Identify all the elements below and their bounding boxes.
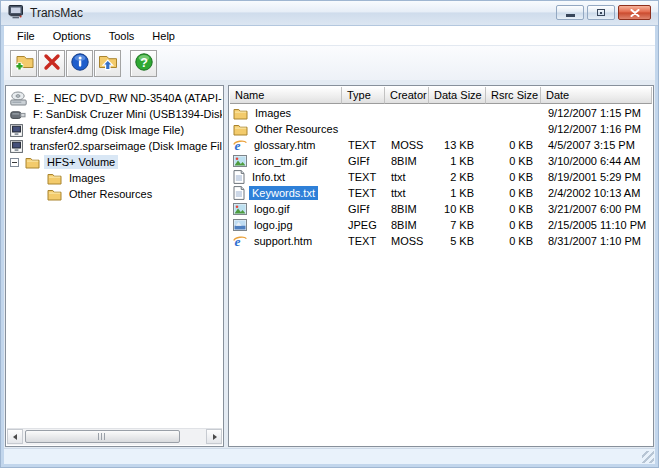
- file-row-info-txt[interactable]: Info.txtTEXTttxt2 KB0 KB8/19/2001 5:29 P…: [230, 169, 652, 185]
- open-image-button[interactable]: [10, 50, 37, 77]
- scroll-left-icon: [10, 434, 17, 440]
- resize-grip[interactable]: [642, 451, 654, 463]
- folder-up-icon: [97, 53, 119, 74]
- jpg-file-icon: [233, 219, 247, 231]
- file-type-cell: GIFf: [342, 203, 385, 215]
- file-name-label: icon_tm.gif: [251, 154, 310, 168]
- file-name-cell: Info.txt: [230, 170, 342, 184]
- file-name-cell: eglossary.htm: [230, 138, 342, 152]
- gif-file-icon: [233, 203, 247, 215]
- column-header-type[interactable]: Type: [342, 87, 385, 104]
- toolbar: ?: [4, 45, 655, 82]
- help-button[interactable]: ?: [130, 50, 157, 77]
- text-file-icon: [233, 186, 245, 200]
- file-type-cell: GIFf: [342, 155, 385, 167]
- column-header-rsrc-size[interactable]: Rsrc Size: [486, 87, 541, 104]
- file-name-cell: logo.gif: [230, 202, 342, 216]
- gif-file-icon: [233, 155, 247, 167]
- file-creator-cell: 8BIM: [385, 219, 429, 231]
- file-date-cell: 2/4/2002 10:13 AM: [541, 187, 652, 199]
- folder-plus-icon: [13, 53, 35, 74]
- menu-item-tools[interactable]: Tools: [100, 28, 144, 44]
- minimize-icon: [566, 14, 575, 17]
- file-row-other-resources[interactable]: Other Resources9/12/2007 1:16 PM: [230, 121, 652, 137]
- tree-item-label: transfer02.sparseimage (Disk Image File): [27, 139, 222, 153]
- file-date-cell: 8/19/2001 5:29 PM: [541, 171, 652, 183]
- folder-icon: [47, 172, 62, 185]
- file-row-images[interactable]: Images9/12/2007 1:15 PM: [230, 105, 652, 121]
- file-name-label: support.htm: [251, 234, 315, 248]
- file-name-cell: logo.jpg: [230, 218, 342, 232]
- file-name-label: Images: [252, 106, 294, 120]
- file-row-keywords-txt[interactable]: Keywords.txtTEXTttxt1 KB0 KB2/4/2002 10:…: [230, 185, 652, 201]
- maximize-button[interactable]: [587, 5, 615, 20]
- file-rsrc-size-cell: 0 KB: [486, 187, 541, 199]
- file-name-cell: esupport.htm: [230, 234, 342, 248]
- column-header-date[interactable]: Date: [541, 87, 652, 104]
- file-list-header: NameTypeCreatorData SizeRsrc SizeDate: [230, 87, 652, 104]
- menu-item-file[interactable]: File: [8, 28, 44, 44]
- file-name-cell: Keywords.txt: [230, 186, 342, 200]
- file-name-cell: Other Resources: [230, 122, 342, 136]
- file-rsrc-size-cell: 0 KB: [486, 155, 541, 167]
- transmac-window: TransMac FileOptionsToolsHelp ? E: _NEC …: [0, 0, 659, 468]
- column-header-name[interactable]: Name: [230, 87, 342, 104]
- file-type-cell: TEXT: [342, 187, 385, 199]
- disk-image-icon: [10, 124, 23, 137]
- menu-item-options[interactable]: Options: [44, 28, 100, 44]
- column-header-creator[interactable]: Creator: [385, 87, 429, 104]
- file-rsrc-size-cell: 0 KB: [486, 235, 541, 247]
- tree-item-f-sandisk-cruzer-mini-usb1394-disk[interactable]: F: SanDisk Cruzer Mini (USB1394-Disk): [7, 106, 222, 122]
- file-row-glossary-htm[interactable]: eglossary.htmTEXTMOSS13 KB0 KB4/5/2007 3…: [230, 137, 652, 153]
- column-header-data-size[interactable]: Data Size: [429, 87, 486, 104]
- horizontal-scrollbar[interactable]: [7, 428, 222, 445]
- info-button[interactable]: [66, 50, 93, 77]
- usb-drive-icon: [10, 108, 26, 121]
- restore-image-button[interactable]: [94, 50, 121, 77]
- close-icon: [630, 9, 640, 17]
- folder-icon: [233, 123, 248, 136]
- file-list-rows: Images9/12/2007 1:15 PMOther Resources9/…: [230, 104, 652, 445]
- file-row-logo-jpg[interactable]: logo.jpgJPEG8BIM7 KB0 KB2/15/2005 11:10 …: [230, 217, 652, 233]
- html-file-icon: e: [233, 234, 247, 248]
- tree-item-hfs-volume[interactable]: HFS+ Volume: [7, 154, 222, 170]
- file-creator-cell: ttxt: [385, 171, 429, 183]
- tree-item-label: F: SanDisk Cruzer Mini (USB1394-Disk): [30, 107, 222, 121]
- tree-item-images[interactable]: Images: [7, 170, 222, 186]
- title-bar[interactable]: TransMac: [1, 1, 658, 26]
- collapse-expander-icon[interactable]: [10, 158, 19, 167]
- file-creator-cell: 8BIM: [385, 155, 429, 167]
- status-bar: [4, 448, 655, 464]
- file-rsrc-size-cell: 0 KB: [486, 219, 541, 231]
- delete-button[interactable]: [38, 50, 65, 77]
- file-date-cell: 2/15/2005 11:10 PM: [541, 219, 652, 231]
- svg-text:e: e: [234, 138, 240, 152]
- scrollbar-thumb[interactable]: [25, 430, 180, 443]
- minimize-button[interactable]: [556, 5, 584, 20]
- file-row-logo-gif[interactable]: logo.gifGIFf8BIM10 KB0 KB3/21/2007 6:00 …: [230, 201, 652, 217]
- drive-tree-panel: E: _NEC DVD_RW ND-3540A (ATAPI-CF: SanDi…: [5, 85, 224, 447]
- scroll-left-button[interactable]: [7, 429, 23, 444]
- folder-icon: [25, 156, 40, 169]
- file-type-cell: TEXT: [342, 171, 385, 183]
- file-type-cell: TEXT: [342, 139, 385, 151]
- file-data-size-cell: 1 KB: [429, 155, 486, 167]
- file-date-cell: 3/10/2000 6:44 AM: [541, 155, 652, 167]
- file-row-support-htm[interactable]: esupport.htmTEXTMOSS5 KB0 KB8/31/2007 1:…: [230, 233, 652, 249]
- content-area: E: _NEC DVD_RW ND-3540A (ATAPI-CF: SanDi…: [4, 80, 655, 449]
- scrollbar-grip-icon: [98, 433, 107, 440]
- tree-item-transfer02-sparseimage-disk-image-file[interactable]: transfer02.sparseimage (Disk Image File): [7, 138, 222, 154]
- file-row-icon-tm-gif[interactable]: icon_tm.gifGIFf8BIM1 KB0 KB3/10/2000 6:4…: [230, 153, 652, 169]
- file-creator-cell: ttxt: [385, 187, 429, 199]
- menu-item-help[interactable]: Help: [143, 28, 184, 44]
- file-rsrc-size-cell: 0 KB: [486, 203, 541, 215]
- tree-item-label: transfer4.dmg (Disk Image File): [27, 123, 187, 137]
- file-date-cell: 3/21/2007 6:00 PM: [541, 203, 652, 215]
- tree-item-e-nec-dvd-rw-nd-3540a-atapi-c[interactable]: E: _NEC DVD_RW ND-3540A (ATAPI-C: [7, 90, 222, 106]
- close-button[interactable]: [618, 5, 651, 20]
- svg-text:e: e: [234, 234, 240, 248]
- tree-item-other-resources[interactable]: Other Resources: [7, 186, 222, 202]
- scroll-right-button[interactable]: [206, 429, 222, 444]
- tree-item-transfer4-dmg-disk-image-file[interactable]: transfer4.dmg (Disk Image File): [7, 122, 222, 138]
- file-name-label: Keywords.txt: [249, 186, 318, 200]
